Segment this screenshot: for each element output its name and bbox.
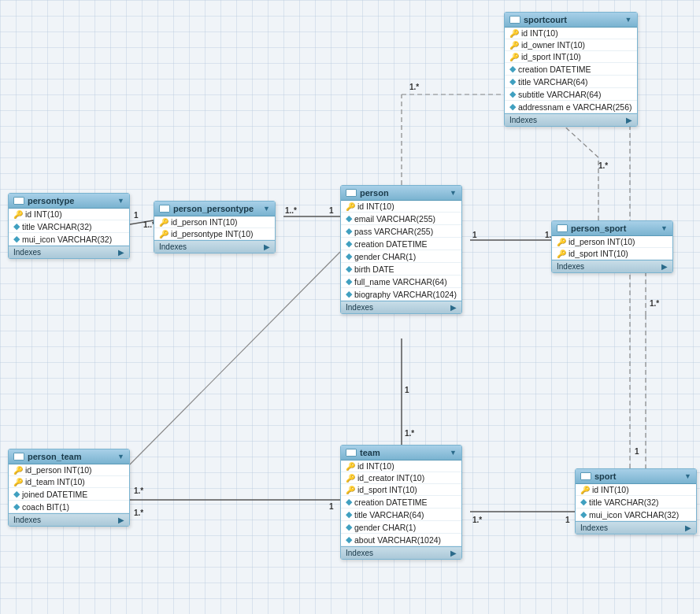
field-text-team-1: id_creator INT(10) [357,473,424,483]
table-icon-person_team [13,453,24,460]
dropdown-arrow-person_sport[interactable]: ▼ [661,224,668,232]
field-icon: ◆ [580,509,587,520]
indexes-row-sportcourt[interactable]: Indexes ▶ [505,113,637,126]
table-header-sport[interactable]: sport ▼ [576,469,696,484]
field-text-person_persontype-1: id_persontype INT(10) [171,229,253,239]
field-text-team-2: id_sport INT(10) [357,485,417,494]
field-icon: ◆ [346,522,352,532]
table-header-person_persontype[interactable]: person_persontype ▼ [154,202,275,216]
indexes-label-persontype: Indexes [13,248,41,257]
card-label: 1 [405,386,409,394]
table-header-sportcourt[interactable]: sportcourt ▼ [505,13,637,28]
field-text-person_sport-1: id_sport INT(10) [569,249,628,258]
indexes-label-person_persontype: Indexes [159,242,187,251]
indexes-label-team: Indexes [346,549,373,557]
table-icon-person_sport [557,224,568,232]
indexes-arrow-sportcourt[interactable]: ▶ [626,116,632,124]
table-person: person ▼ 🔑 id INT(10) ◆ email VARCHAR(25… [340,185,462,314]
table-icon-person [346,189,357,197]
field-row-person-0: 🔑 id INT(10) [341,201,461,213]
indexes-label-person_team: Indexes [13,516,41,524]
field-icon: ◆ [346,289,352,299]
dropdown-arrow-person[interactable]: ▼ [450,189,457,197]
indexes-label-person: Indexes [346,303,373,312]
indexes-arrow-persontype[interactable]: ▶ [118,248,124,257]
field-text-team-4: title VARCHAR(64) [354,510,424,520]
field-row-person-2: ◆ pass VARCHAR(255) [341,225,461,238]
indexes-arrow-person_persontype[interactable]: ▶ [264,242,270,251]
field-icon: ◆ [346,239,352,249]
dropdown-arrow-persontype[interactable]: ▼ [117,197,124,205]
indexes-arrow-person[interactable]: ▶ [450,303,457,312]
card-label: 1 [134,211,139,220]
indexes-row-team[interactable]: Indexes ▶ [341,546,461,559]
field-icon: ◆ [13,489,20,499]
fk-icon: 🔑 [13,478,23,486]
table-header-person[interactable]: person ▼ [341,186,461,201]
field-text-person-6: full_name VARCHAR(64) [354,277,447,287]
dropdown-arrow-person_persontype[interactable]: ▼ [263,205,270,213]
fk-icon: 🔑 [557,238,566,246]
field-icon: ◆ [346,264,352,274]
field-icon: ◆ [346,497,352,507]
card-label: 1.* [134,486,143,495]
table-name-team: team [360,448,380,457]
table-person_team: person_team ▼ 🔑 id_person INT(10) 🔑 id_t… [8,449,130,527]
field-text-sportcourt-4: title VARCHAR(64) [518,77,588,87]
pk-icon: 🔑 [346,202,355,211]
fk-icon: 🔑 [509,53,519,61]
field-row-person_persontype-1: 🔑 id_persontype INT(10) [154,228,275,240]
field-text-team-0: id INT(10) [357,461,394,471]
field-row-team-5: ◆ gender CHAR(1) [341,521,461,534]
card-label: 1 [329,502,334,511]
fk-icon: 🔑 [509,41,519,50]
indexes-label-person_sport: Indexes [557,262,584,271]
pk-icon: 🔑 [580,486,590,494]
indexes-row-persontype[interactable]: Indexes ▶ [9,246,129,258]
indexes-row-sport[interactable]: Indexes ▶ [576,521,696,534]
field-row-sport-0: 🔑 id INT(10) [576,484,696,496]
pk-icon: 🔑 [346,462,355,471]
dropdown-arrow-person_team[interactable]: ▼ [117,453,124,460]
dropdown-arrow-sportcourt[interactable]: ▼ [625,16,632,24]
field-row-team-3: ◆ creation DATETIME [341,496,461,509]
card-label: 1.* [405,429,414,438]
table-header-team[interactable]: team ▼ [341,446,461,460]
field-row-sportcourt-1: 🔑 id_owner INT(10) [505,39,637,51]
table-header-person_sport[interactable]: person_sport ▼ [552,221,672,236]
field-row-sportcourt-2: 🔑 id_sport INT(10) [505,51,637,63]
field-text-sport-1: title VARCHAR(32) [589,497,659,507]
fk-icon: 🔑 [557,250,566,258]
field-row-persontype-1: ◆ title VARCHAR(32) [9,220,129,233]
field-row-person-4: ◆ gender CHAR(1) [341,250,461,263]
table-sportcourt: sportcourt ▼ 🔑 id INT(10) 🔑 id_owner INT… [504,12,638,127]
field-row-team-1: 🔑 id_creator INT(10) [341,472,461,484]
table-header-persontype[interactable]: persontype ▼ [9,194,129,209]
card-label: 1.* [409,83,419,91]
field-row-team-6: ◆ about VARCHAR(1024) [341,534,461,546]
indexes-row-person_persontype[interactable]: Indexes ▶ [154,240,275,253]
pk-icon: 🔑 [509,29,519,38]
indexes-arrow-person_sport[interactable]: ▶ [661,262,668,271]
field-text-person-2: pass VARCHAR(255) [354,227,433,236]
dropdown-arrow-team[interactable]: ▼ [450,449,457,457]
dropdown-arrow-sport[interactable]: ▼ [684,472,691,480]
table-header-person_team[interactable]: person_team ▼ [9,449,129,464]
field-text-persontype-2: mui_icon VARCHAR(32) [22,235,112,244]
indexes-row-person_team[interactable]: Indexes ▶ [9,513,129,526]
field-text-person_team-3: coach BIT(1) [22,502,69,512]
field-text-team-5: gender CHAR(1) [354,523,416,532]
field-row-sportcourt-4: ◆ title VARCHAR(64) [505,76,637,88]
field-text-person-4: gender CHAR(1) [354,252,416,261]
field-row-sportcourt-3: ◆ creation DATETIME [505,63,637,76]
table-name-person_persontype: person_persontype [173,204,254,213]
indexes-arrow-sport[interactable]: ▶ [685,523,691,532]
field-icon: ◆ [346,276,352,287]
field-icon: ◆ [509,89,516,99]
indexes-row-person[interactable]: Indexes ▶ [341,301,461,313]
indexes-arrow-team[interactable]: ▶ [450,549,457,557]
field-row-person-3: ◆ creation DATETIME [341,238,461,250]
field-row-sportcourt-6: ◆ addressnam e VARCHAR(256) [505,101,637,113]
indexes-arrow-person_team[interactable]: ▶ [118,516,124,524]
indexes-row-person_sport[interactable]: Indexes ▶ [552,260,672,272]
